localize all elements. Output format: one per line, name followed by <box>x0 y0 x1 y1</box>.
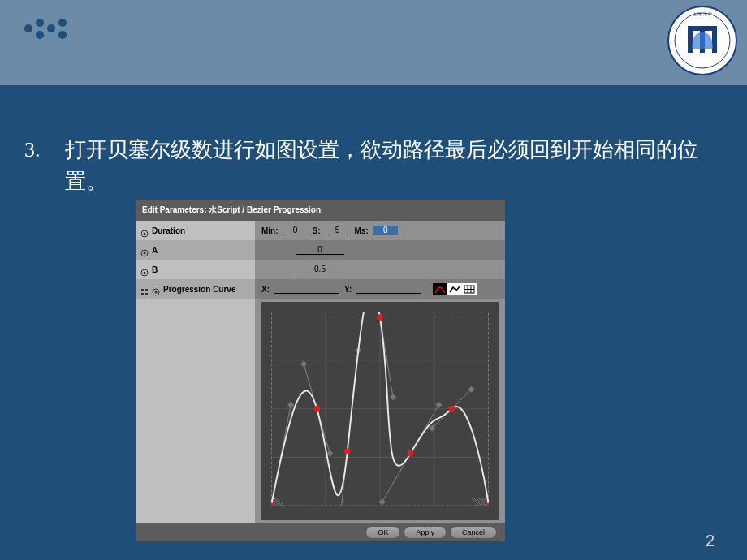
parameter-values: Min: S: Ms: X: Y: <box>255 221 505 523</box>
duration-value-row: Min: S: Ms: <box>255 221 505 240</box>
min-input[interactable] <box>283 226 308 235</box>
target-icon <box>140 265 149 274</box>
dialog-button-row: OK Apply Cancel <box>136 523 505 541</box>
bezier-curve-canvas[interactable] <box>271 312 489 506</box>
param-label: Progression Curve <box>163 285 235 294</box>
curve-mode-icon[interactable] <box>433 283 447 295</box>
x-input[interactable] <box>274 284 339 294</box>
svg-line-34 <box>274 498 283 506</box>
dialog-body: Duration A B Progression Curve Min: S: <box>136 221 505 523</box>
edit-parameters-dialog: Edit Parameters: 水Script / Bezier Progre… <box>136 200 505 540</box>
s-label: S: <box>313 226 321 235</box>
svg-rect-55 <box>390 394 396 400</box>
svg-point-6 <box>144 252 146 255</box>
target-icon <box>140 246 149 254</box>
target-icon <box>140 226 149 235</box>
cancel-button[interactable]: Cancel <box>450 526 497 539</box>
svg-point-67 <box>313 406 320 412</box>
instruction-body: 打开贝塞尔级数进行如图设置，欲动路径最后必须回到开始相同的位置。 <box>65 134 723 197</box>
y-input[interactable] <box>356 284 421 294</box>
svg-point-69 <box>377 314 383 321</box>
line-mode-icon[interactable] <box>447 283 462 295</box>
svg-point-8 <box>144 272 146 274</box>
svg-rect-43 <box>287 402 294 408</box>
svg-text:上 海 大 学: 上 海 大 学 <box>693 11 712 16</box>
svg-point-14 <box>155 291 158 294</box>
svg-point-70 <box>408 450 414 457</box>
svg-rect-10 <box>145 289 148 291</box>
svg-line-39 <box>479 498 487 506</box>
svg-point-68 <box>344 448 351 454</box>
svg-line-60 <box>451 390 471 409</box>
svg-rect-46 <box>300 361 307 368</box>
param-label: A <box>152 246 158 255</box>
ok-button[interactable]: OK <box>365 526 400 539</box>
a-input[interactable] <box>296 245 344 255</box>
min-label: Min: <box>261 226 279 235</box>
param-label: Duration <box>152 226 185 235</box>
grid-icon <box>140 285 149 293</box>
svg-line-36 <box>472 498 480 506</box>
target-icon <box>152 285 160 293</box>
svg-line-38 <box>477 498 485 506</box>
dialog-title: Edit Parameters: 水Script / Bezier Progre… <box>136 200 505 221</box>
a-value-row <box>255 240 505 260</box>
param-progression-curve[interactable]: Progression Curve <box>136 279 255 299</box>
instruction-number: 3. <box>24 134 65 197</box>
param-label: B <box>152 265 158 274</box>
parameter-list: Duration A B Progression Curve <box>136 221 255 523</box>
progression-value-row: X: Y: <box>255 279 505 299</box>
svg-rect-12 <box>145 293 148 295</box>
s-input[interactable] <box>326 226 350 235</box>
university-logo: 上 海 大 学 <box>666 4 739 77</box>
y-label: Y: <box>344 285 352 294</box>
svg-point-66 <box>271 502 274 506</box>
svg-line-37 <box>474 498 482 506</box>
svg-line-35 <box>277 498 285 506</box>
apply-button[interactable]: Apply <box>404 526 447 539</box>
svg-rect-11 <box>141 293 144 295</box>
svg-rect-9 <box>141 289 144 291</box>
param-b[interactable]: B <box>136 260 255 279</box>
slide-header: 上 海 大 学 <box>0 0 747 85</box>
b-input[interactable] <box>296 265 344 274</box>
param-a[interactable]: A <box>136 240 255 260</box>
svg-point-4 <box>144 233 146 235</box>
ms-label: Ms: <box>355 226 369 235</box>
page-number: 2 <box>706 532 715 550</box>
grid-mode-icon[interactable] <box>462 283 477 295</box>
bezier-graph[interactable] <box>261 302 499 520</box>
svg-rect-59 <box>435 402 442 408</box>
svg-point-71 <box>449 406 456 412</box>
instruction-text: 3. 打开贝塞尔级数进行如图设置，欲动路径最后必须回到开始相同的位置。 <box>24 134 723 197</box>
x-label: X: <box>261 285 270 294</box>
b-value-row <box>255 260 505 279</box>
param-duration[interactable]: Duration <box>136 221 255 240</box>
ms-input[interactable] <box>374 226 398 235</box>
